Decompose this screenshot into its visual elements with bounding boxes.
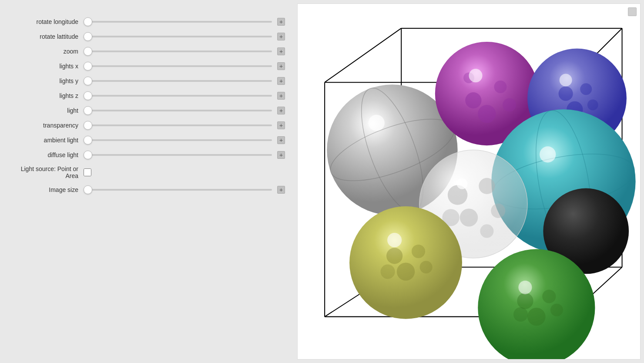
light-thumb[interactable] (84, 106, 92, 115)
lights-y-label: lights y (9, 77, 78, 84)
svg-point-18 (478, 105, 496, 123)
svg-point-16 (465, 92, 481, 108)
zoom-thumb[interactable] (84, 47, 92, 56)
3d-scene (298, 4, 640, 359)
svg-point-53 (457, 178, 468, 189)
ambient-light-track (84, 139, 272, 141)
svg-point-25 (587, 100, 598, 111)
svg-point-55 (518, 281, 532, 294)
transparency-track (84, 124, 272, 126)
svg-point-19 (503, 98, 516, 111)
zoom-track-container (84, 47, 272, 56)
image-size-track-container (84, 185, 272, 194)
rotate-lattitude-track (84, 36, 272, 37)
light-source-row: Light source: Point or Area (9, 165, 285, 179)
slider-row-image-size: Image size+ (9, 185, 285, 194)
image-size-label: Image size (9, 186, 78, 193)
lights-z-track (84, 95, 272, 97)
slider-row-lights-z: lights z+ (9, 91, 285, 100)
rotate-longitude-track (84, 21, 272, 23)
slider-row-zoom: zoom+ (9, 47, 285, 56)
svg-point-41 (420, 261, 433, 273)
light-label: light (9, 107, 78, 114)
light-source-checkbox[interactable] (84, 168, 91, 176)
slider-row-rotate-lattitude: rotate lattitude+ (9, 32, 285, 41)
image-size-thumb[interactable] (84, 185, 92, 194)
zoom-label: zoom (9, 48, 78, 55)
image-size-plus-button[interactable]: + (277, 186, 285, 194)
slider-row-diffuse-light: diffuse light+ (9, 151, 285, 159)
svg-point-38 (386, 248, 402, 264)
top-right-plus-button[interactable] (628, 7, 637, 16)
rotate-lattitude-track-container (84, 32, 272, 41)
transparency-plus-button[interactable]: + (277, 121, 285, 129)
svg-point-49 (369, 115, 385, 131)
zoom-plus-button[interactable]: + (277, 47, 285, 55)
transparency-thumb[interactable] (84, 121, 92, 130)
light-track (84, 110, 272, 111)
lights-x-plus-button[interactable]: + (277, 62, 285, 70)
slider-row-transparency: transparency+ (9, 121, 285, 130)
image-size-track (84, 189, 272, 191)
canvas-panel (297, 3, 641, 360)
svg-point-54 (387, 233, 402, 247)
svg-point-17 (494, 81, 506, 93)
lights-x-track (84, 65, 272, 67)
ambient-light-thumb[interactable] (84, 136, 92, 145)
svg-point-44 (517, 293, 533, 309)
diffuse-light-plus-button[interactable]: + (277, 151, 285, 159)
rotate-longitude-track-container (84, 17, 272, 26)
rotate-longitude-thumb[interactable] (84, 17, 92, 26)
svg-point-40 (397, 262, 415, 280)
controls-panel: rotate longitude+rotate lattitude+zoom+l… (0, 0, 294, 363)
svg-point-50 (469, 69, 483, 82)
lights-x-thumb[interactable] (84, 62, 92, 71)
svg-point-22 (559, 87, 573, 101)
svg-point-52 (540, 146, 556, 162)
lights-z-track-container (84, 91, 272, 100)
light-plus-button[interactable]: + (277, 107, 285, 114)
lights-y-track-container (84, 77, 272, 85)
svg-point-33 (491, 204, 505, 218)
diffuse-light-track-container (84, 151, 272, 159)
diffuse-light-track (84, 154, 272, 156)
svg-point-39 (412, 245, 425, 258)
lights-z-thumb[interactable] (84, 91, 92, 100)
svg-point-45 (542, 290, 556, 303)
transparency-label: transparency (9, 122, 78, 129)
svg-point-46 (527, 308, 545, 326)
ambient-light-plus-button[interactable]: + (277, 136, 285, 144)
lights-x-track-container (84, 62, 272, 71)
rotate-longitude-plus-button[interactable]: + (277, 18, 285, 26)
light-track-container (84, 106, 272, 115)
lights-x-label: lights x (9, 63, 78, 70)
lights-y-thumb[interactable] (84, 77, 92, 85)
svg-point-32 (460, 208, 478, 226)
ambient-light-track-container (84, 136, 272, 145)
slider-row-lights-y: lights y+ (9, 77, 285, 85)
lights-z-plus-button[interactable]: + (277, 92, 285, 100)
diffuse-light-thumb[interactable] (84, 151, 92, 159)
svg-point-51 (560, 74, 572, 87)
svg-point-47 (550, 304, 563, 316)
ambient-light-label: ambient light (9, 137, 78, 144)
rotate-longitude-label: rotate longitude (9, 18, 78, 25)
svg-line-8 (325, 28, 401, 82)
svg-point-48 (513, 307, 528, 322)
slider-row-lights-x: lights x+ (9, 62, 285, 71)
transparency-track-container (84, 121, 272, 130)
diffuse-light-label: diffuse light (9, 151, 78, 158)
svg-point-23 (580, 83, 592, 95)
rotate-lattitude-plus-button[interactable]: + (277, 33, 285, 40)
lights-y-track (84, 80, 272, 82)
lights-z-label: lights z (9, 92, 78, 99)
rotate-lattitude-label: rotate lattitude (9, 33, 78, 40)
light-source-label: Light source: Point or Area (9, 165, 78, 179)
svg-point-31 (479, 178, 495, 194)
slider-row-light: light+ (9, 106, 285, 115)
slider-row-rotate-longitude: rotate longitude+ (9, 17, 285, 26)
lights-y-plus-button[interactable]: + (277, 77, 285, 85)
slider-row-ambient-light: ambient light+ (9, 136, 285, 145)
zoom-track (84, 50, 272, 52)
rotate-lattitude-thumb[interactable] (84, 32, 92, 41)
